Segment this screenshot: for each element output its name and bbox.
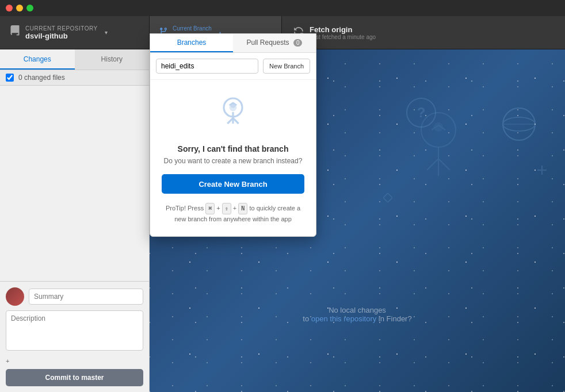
create-branch-button[interactable]: Create New Branch bbox=[162, 174, 304, 194]
commit-row bbox=[6, 287, 143, 306]
key-shift: ⇧ bbox=[222, 203, 231, 214]
current-repository-section[interactable]: Current Repository dsvil-github ▾ bbox=[0, 16, 150, 49]
protip-prefix: ProTip! Press bbox=[166, 205, 205, 212]
branch-dropdown-tabs: Branches Pull Requests 0 bbox=[150, 34, 316, 53]
minimize-button[interactable] bbox=[16, 5, 23, 11]
key-cmd: ⌘ bbox=[205, 203, 215, 214]
repo-info: Current Repository dsvil-github bbox=[25, 25, 98, 40]
pr-badge: 0 bbox=[293, 39, 303, 47]
branch-tab-branches[interactable]: Branches bbox=[150, 34, 233, 52]
branch-tab-pr-label: Pull Requests bbox=[247, 39, 289, 47]
close-button[interactable] bbox=[6, 5, 13, 11]
traffic-lights bbox=[6, 5, 33, 11]
tab-history-label: History bbox=[101, 55, 123, 63]
repo-dropdown-arrow: ▾ bbox=[105, 29, 108, 36]
fetch-title: Fetch origin bbox=[310, 25, 376, 34]
tab-history[interactable]: History bbox=[75, 49, 150, 70]
select-all-checkbox[interactable] bbox=[6, 74, 14, 82]
not-found-subtitle: Do you want to create a new branch inste… bbox=[162, 157, 304, 165]
branch-not-found-icon bbox=[210, 91, 256, 137]
commit-area: + Commit to master bbox=[0, 281, 149, 392]
commit-button[interactable]: Commit to master bbox=[6, 369, 143, 386]
svg-line-2 bbox=[427, 159, 438, 170]
not-found-title: Sorry, I can't find that branch bbox=[162, 144, 304, 153]
description-textarea[interactable] bbox=[6, 310, 143, 351]
open-finder-link[interactable]: open this repository bbox=[311, 314, 376, 323]
sidebar-tabs: Changes History bbox=[0, 49, 149, 70]
deco-diamond bbox=[383, 193, 392, 202]
svg-text:?: ? bbox=[417, 105, 426, 120]
branch-label: Current Branch bbox=[173, 25, 212, 32]
sidebar: Changes History 0 changed files bbox=[0, 49, 150, 392]
repository-icon bbox=[9, 25, 21, 40]
branch-not-found: Sorry, I can't find that branch Do you w… bbox=[150, 80, 316, 236]
changed-files-count: 0 changed files bbox=[18, 74, 65, 82]
repo-name: dsvil-github bbox=[25, 32, 98, 40]
deco-plus-1 bbox=[536, 164, 548, 176]
branch-dropdown: Branches Pull Requests 0 New Branch So bbox=[150, 33, 316, 237]
deco-question: ? bbox=[404, 95, 438, 130]
branch-search-row: New Branch bbox=[150, 53, 316, 80]
tab-changes-label: Changes bbox=[24, 55, 51, 63]
svg-line-3 bbox=[438, 159, 450, 170]
summary-input[interactable] bbox=[29, 289, 143, 305]
fetch-info: Fetch origin Last fetched a minute ago bbox=[310, 25, 376, 40]
open-finder-suffix: in Finder? bbox=[379, 314, 412, 323]
branch-search-input[interactable] bbox=[156, 59, 258, 74]
svg-marker-12 bbox=[383, 193, 392, 202]
key-n: N bbox=[238, 203, 247, 214]
changed-files-header: 0 changed files bbox=[0, 70, 149, 86]
deco-svg-1 bbox=[381, 84, 496, 199]
tab-changes[interactable]: Changes bbox=[0, 49, 75, 70]
no-changes: No local changes to open this repository… bbox=[303, 306, 411, 323]
fullscreen-button[interactable] bbox=[26, 5, 33, 11]
fetch-subtitle: Last fetched a minute ago bbox=[310, 34, 376, 40]
no-changes-label: No local changes bbox=[329, 306, 386, 314]
repo-label: Current Repository bbox=[25, 25, 98, 32]
pro-tip: ProTip! Press ⌘ + ⇧ + N to quickly creat… bbox=[162, 203, 304, 225]
add-coauthor-button[interactable]: + bbox=[6, 358, 143, 364]
avatar bbox=[6, 287, 24, 306]
branch-tab-branches-label: Branches bbox=[177, 39, 207, 47]
titlebar bbox=[0, 0, 565, 16]
deco-planet bbox=[502, 107, 536, 141]
branch-tab-pull-requests[interactable]: Pull Requests 0 bbox=[233, 34, 316, 52]
files-list bbox=[0, 86, 149, 281]
new-branch-button[interactable]: New Branch bbox=[263, 59, 310, 74]
